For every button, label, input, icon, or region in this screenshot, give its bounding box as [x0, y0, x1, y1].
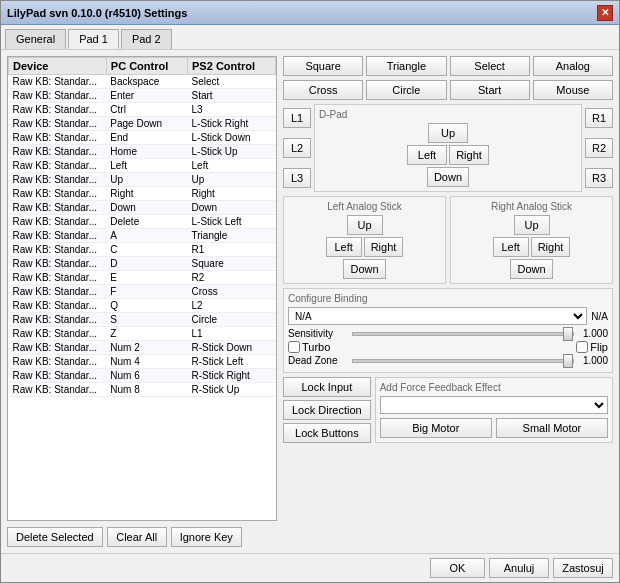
table-row[interactable]: Raw KB: Standar...ER2: [9, 271, 276, 285]
dpad-down-button[interactable]: Down: [427, 167, 469, 187]
table-cell: Backspace: [106, 75, 187, 89]
configure-label: Configure Binding: [288, 293, 608, 304]
triangle-button[interactable]: Triangle: [366, 56, 446, 76]
left-analog-left[interactable]: Left: [326, 237, 362, 257]
turbo-checkbox[interactable]: [288, 341, 300, 353]
table-row[interactable]: Raw KB: Standar...RightRight: [9, 187, 276, 201]
table-cell: Circle: [188, 313, 276, 327]
right-analog-down[interactable]: Down: [510, 259, 552, 279]
sensitivity-slider[interactable]: [352, 332, 574, 336]
table-row[interactable]: Raw KB: Standar...Num 8R-Stick Up: [9, 383, 276, 397]
delete-selected-button[interactable]: Delete Selected: [7, 527, 103, 547]
table-cell: Num 6: [106, 369, 187, 383]
table-row[interactable]: Raw KB: Standar...EnterStart: [9, 89, 276, 103]
table-row[interactable]: Raw KB: Standar...CtrlL3: [9, 103, 276, 117]
select-button[interactable]: Select: [450, 56, 530, 76]
feedback-select[interactable]: [380, 396, 608, 414]
right-analog-left[interactable]: Left: [493, 237, 529, 257]
turbo-text: Turbo: [302, 341, 330, 353]
dpad-label: D-Pad: [319, 109, 577, 120]
left-analog-right[interactable]: Right: [364, 237, 404, 257]
table-row[interactable]: Raw KB: Standar...EndL-Stick Down: [9, 131, 276, 145]
table-cell: Raw KB: Standar...: [9, 117, 107, 131]
table-cell: Down: [188, 201, 276, 215]
table-cell: End: [106, 131, 187, 145]
l1-button[interactable]: L1: [283, 108, 311, 128]
table-cell: R1: [188, 243, 276, 257]
table-row[interactable]: Raw KB: Standar...SCircle: [9, 313, 276, 327]
dpad-left-button[interactable]: Left: [407, 145, 447, 165]
table-cell: Raw KB: Standar...: [9, 285, 107, 299]
ok-button[interactable]: OK: [430, 558, 485, 578]
table-cell: Raw KB: Standar...: [9, 229, 107, 243]
dpad-lr-section: L1 L2 L3 D-Pad Up Left Right: [283, 104, 613, 192]
table-row[interactable]: Raw KB: Standar...CR1: [9, 243, 276, 257]
close-button[interactable]: ✕: [597, 5, 613, 21]
cross-button[interactable]: Cross: [283, 80, 363, 100]
turbo-label[interactable]: Turbo: [288, 341, 330, 353]
table-row[interactable]: Raw KB: Standar...Num 4R-Stick Left: [9, 355, 276, 369]
table-row[interactable]: Raw KB: Standar...DeleteL-Stick Left: [9, 215, 276, 229]
mouse-button[interactable]: Mouse: [533, 80, 613, 100]
left-analog-up[interactable]: Up: [347, 215, 383, 235]
flip-label[interactable]: Flip: [576, 341, 608, 353]
analog-button[interactable]: Analog: [533, 56, 613, 76]
lock-buttons-button[interactable]: Lock Buttons: [283, 423, 371, 443]
table-row[interactable]: Raw KB: Standar...FCross: [9, 285, 276, 299]
bindings-table-container[interactable]: Device PC Control PS2 Control Raw KB: St…: [7, 56, 277, 521]
table-row[interactable]: Raw KB: Standar...Num 6R-Stick Right: [9, 369, 276, 383]
circle-button[interactable]: Circle: [366, 80, 446, 100]
dpad-right-button[interactable]: Right: [449, 145, 489, 165]
configure-na-text: N/A: [591, 311, 608, 322]
tab-general[interactable]: General: [5, 29, 66, 49]
ignore-key-button[interactable]: Ignore Key: [171, 527, 242, 547]
table-cell: Raw KB: Standar...: [9, 257, 107, 271]
sensitivity-value: 1.000: [578, 328, 608, 339]
deadzone-slider[interactable]: [352, 359, 574, 363]
r1-button[interactable]: R1: [585, 108, 613, 128]
table-cell: Raw KB: Standar...: [9, 271, 107, 285]
table-row[interactable]: Raw KB: Standar...DSquare: [9, 257, 276, 271]
lock-direction-button[interactable]: Lock Direction: [283, 400, 371, 420]
clear-all-button[interactable]: Clear All: [107, 527, 167, 547]
square-button[interactable]: Square: [283, 56, 363, 76]
tab-pad1[interactable]: Pad 1: [68, 29, 119, 49]
r3-button[interactable]: R3: [585, 168, 613, 188]
table-row[interactable]: Raw KB: Standar...Num 2R-Stick Down: [9, 341, 276, 355]
table-row[interactable]: Raw KB: Standar...ZL1: [9, 327, 276, 341]
deadzone-label: Dead Zone: [288, 355, 348, 366]
right-analog-up[interactable]: Up: [514, 215, 550, 235]
lock-input-button[interactable]: Lock Input: [283, 377, 371, 397]
left-analog-down[interactable]: Down: [343, 259, 385, 279]
right-analog-box: Right Analog Stick Up Left Right Down: [450, 196, 613, 284]
dpad-down-row: Down: [427, 167, 469, 187]
dpad-up-button[interactable]: Up: [428, 123, 468, 143]
table-row[interactable]: Raw KB: Standar...HomeL-Stick Up: [9, 145, 276, 159]
l-buttons: L1 L2 L3: [283, 104, 311, 192]
table-row[interactable]: Raw KB: Standar...BackspaceSelect: [9, 75, 276, 89]
table-row[interactable]: Raw KB: Standar...LeftLeft: [9, 159, 276, 173]
table-row[interactable]: Raw KB: Standar...ATriangle: [9, 229, 276, 243]
table-row[interactable]: Raw KB: Standar...QL2: [9, 299, 276, 313]
table-cell: Start: [188, 89, 276, 103]
configure-select[interactable]: N/A: [288, 307, 587, 325]
start-button[interactable]: Start: [450, 80, 530, 100]
small-motor-button[interactable]: Small Motor: [496, 418, 608, 438]
right-analog-right[interactable]: Right: [531, 237, 571, 257]
l3-button[interactable]: L3: [283, 168, 311, 188]
flip-checkbox[interactable]: [576, 341, 588, 353]
cancel-button[interactable]: Anuluj: [489, 558, 549, 578]
left-analog-label: Left Analog Stick: [288, 201, 441, 212]
table-row[interactable]: Raw KB: Standar...Page DownL-Stick Right: [9, 117, 276, 131]
table-row[interactable]: Raw KB: Standar...DownDown: [9, 201, 276, 215]
table-cell: Left: [106, 159, 187, 173]
table-cell: Up: [106, 173, 187, 187]
sensitivity-row: Sensitivity 1.000: [288, 328, 608, 339]
big-motor-button[interactable]: Big Motor: [380, 418, 492, 438]
r2-button[interactable]: R2: [585, 138, 613, 158]
l2-button[interactable]: L2: [283, 138, 311, 158]
apply-button[interactable]: Zastosuj: [553, 558, 613, 578]
lock-section: Lock Input Lock Direction Lock Buttons: [283, 377, 371, 443]
table-row[interactable]: Raw KB: Standar...UpUp: [9, 173, 276, 187]
tab-pad2[interactable]: Pad 2: [121, 29, 172, 49]
